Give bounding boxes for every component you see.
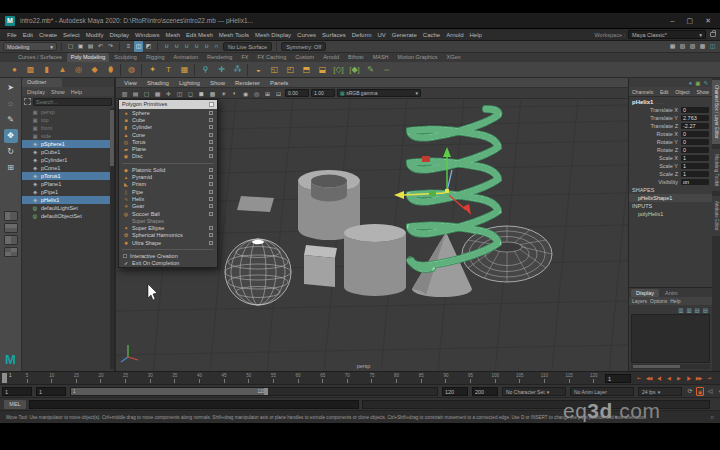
outliner-item[interactable]: ▣ front (22, 124, 114, 132)
viewport-menu-item[interactable]: Renderer (231, 80, 264, 86)
outliner-menu-item[interactable]: Display (25, 89, 47, 95)
shelf-tab[interactable]: Motion Graphics (394, 53, 442, 62)
lasso-tool[interactable]: ◌ (4, 97, 18, 111)
layer-menu-item[interactable]: Options (650, 298, 667, 304)
option-box[interactable] (209, 233, 213, 237)
shelf-tab[interactable]: Animation (170, 53, 202, 62)
outliner-item[interactable]: ◈ pPipe1 (22, 188, 114, 196)
option-box[interactable] (209, 154, 213, 158)
primitives-menu-item[interactable]: ▮ Cylinder (119, 124, 217, 131)
channel-value-field[interactable]: on (681, 179, 709, 186)
workspace-lock-icon[interactable] (710, 32, 716, 37)
rotate-tool[interactable]: ↻ (4, 145, 18, 159)
layer-menu-item[interactable]: Help (670, 298, 680, 304)
viewport-menu-item[interactable]: Shading (143, 80, 173, 86)
menu-item[interactable]: Modify (83, 29, 107, 41)
layout-single-pane-button[interactable] (4, 211, 18, 221)
new-scene-icon[interactable]: ▢ (66, 41, 75, 52)
character-set-icon[interactable]: ● (689, 80, 692, 86)
layer-scrollbar[interactable] (631, 364, 710, 369)
anim-layer-selector[interactable]: No Anim Layer (570, 387, 634, 396)
step-back-key-button[interactable]: ◀| (654, 373, 663, 384)
shelf-tab[interactable]: Custom (291, 53, 318, 62)
sidebar-tab[interactable]: Modeling Toolkit (712, 149, 720, 191)
close-button[interactable]: ✕ (705, 14, 711, 28)
shelf-tab[interactable]: Rigging (142, 53, 169, 62)
primitives-menu-item[interactable]: ✳ Gear (119, 203, 217, 210)
shelf-tab[interactable]: XGen (443, 53, 465, 62)
primitives-menu-item[interactable]: ◍ Soccer Ball (119, 210, 217, 217)
primitives-menu-item[interactable]: ▯ Pipe (119, 188, 217, 195)
2d-pan-icon[interactable]: ✛ (164, 90, 173, 97)
display-layers-icon[interactable]: ◫ (708, 41, 717, 52)
channel-label[interactable]: Rotate Y (657, 139, 678, 145)
outliner-item[interactable]: ◈ pPlane1 (22, 180, 114, 188)
channel-label[interactable]: Scale Z (659, 171, 678, 177)
shelf-quaddraw-icon[interactable]: ✎ (364, 62, 377, 77)
render-settings-icon[interactable]: ▩ (698, 41, 707, 52)
view-transform-selector[interactable]: ▦ sRGB gamma▾ (337, 89, 421, 97)
primitives-menu-item[interactable]: ◉ Disc (119, 153, 217, 160)
playback-start-field[interactable]: 1 (36, 387, 66, 396)
playback-range-bar[interactable]: 1 120 (71, 388, 267, 395)
ipr-render-icon[interactable]: ▨ (688, 41, 697, 52)
menu-item[interactable]: Select (60, 29, 83, 41)
shelf-extrude-icon[interactable]: ⬒ (300, 62, 313, 77)
edit-curve-icon[interactable]: ✎ (703, 80, 708, 86)
step-forward-frame-button[interactable]: ▶▶ (694, 373, 703, 384)
paint-select-tool[interactable]: ✎ (4, 113, 18, 127)
shelf-tab[interactable]: Arnold (319, 53, 343, 62)
layer-editor-tab[interactable]: Display (631, 289, 659, 297)
current-frame-marker[interactable] (2, 373, 7, 383)
channel-value-field[interactable]: -2.27 (681, 123, 709, 130)
snap-curve-icon[interactable]: ∪ (172, 41, 181, 52)
select-object-icon[interactable]: ◫ (134, 41, 143, 52)
outliner-item[interactable]: ◈ pTorus1 (22, 172, 114, 180)
menu-item[interactable]: Deform (349, 29, 375, 41)
camera-lock-icon[interactable]: ▥ (120, 90, 129, 97)
time-slider[interactable]: 5 10 15 20 25 30 35 (0, 371, 720, 384)
playback-loop-icon[interactable]: ⟳ (686, 386, 694, 397)
channel-label[interactable]: Scale X (659, 155, 678, 161)
channel-value-field[interactable]: 0 (681, 131, 709, 138)
shelf-tab[interactable]: Poly Modeling (67, 53, 110, 62)
shelf-tab[interactable]: Curves / Surfaces (14, 53, 66, 62)
outliner-menu-item[interactable]: Help (69, 89, 84, 95)
option-box[interactable] (209, 133, 213, 137)
viewport-menu-item[interactable]: Panels (266, 80, 292, 86)
exposure-field[interactable]: 0.00 (285, 89, 309, 97)
current-time-field[interactable]: 1 (605, 374, 631, 383)
menu-item[interactable]: Mesh (162, 29, 183, 41)
shape-node[interactable]: pHelixShape1 (629, 194, 712, 202)
primitives-menu-item[interactable]: ✶ Super Ellipse (119, 224, 217, 231)
option-box[interactable] (209, 125, 213, 129)
primitives-menu-item[interactable]: ◣ Prism (119, 181, 217, 188)
outliner-search-input[interactable] (33, 98, 112, 106)
go-to-start-button[interactable]: ⇤ (634, 373, 643, 384)
outliner-item[interactable]: ◈ pHelix1 (22, 196, 114, 204)
option-box[interactable] (209, 197, 213, 201)
save-scene-icon[interactable]: ▤ (86, 41, 95, 52)
option-box[interactable] (209, 140, 213, 144)
snap-projected-icon[interactable]: ∪ (192, 41, 201, 52)
undo-icon[interactable]: ↶ (96, 41, 105, 52)
channel-box-menu-item[interactable]: Edit (660, 89, 669, 95)
image-plane-icon[interactable]: ▦ (153, 90, 162, 97)
minimize-button[interactable]: – (671, 14, 675, 28)
selected-object-name[interactable]: pHelix1 (632, 99, 653, 105)
outliner-item[interactable]: ◈ pCube1 (22, 148, 114, 156)
command-input[interactable] (29, 400, 359, 409)
oneclick-icon[interactable]: ◫ (175, 90, 184, 97)
shaded-icon[interactable]: ◼ (197, 90, 206, 97)
channel-value-field[interactable]: 1 (681, 163, 709, 170)
shelf-skeleton-icon[interactable]: ⁂ (231, 62, 244, 77)
outliner-item[interactable]: ◈ pCone1 (22, 164, 114, 172)
render-view-icon[interactable]: ▦ (668, 41, 677, 52)
primitives-menu-item[interactable]: Super Shapes (119, 217, 217, 224)
option-box[interactable] (209, 168, 213, 172)
workspace-selector[interactable]: Maya Classic*▾ (628, 30, 706, 39)
animation-start-field[interactable]: 1 (2, 387, 32, 396)
menu-item[interactable]: Create (36, 29, 60, 41)
channel-label[interactable]: Scale Y (659, 163, 678, 169)
open-scene-icon[interactable]: ▣ (76, 41, 85, 52)
